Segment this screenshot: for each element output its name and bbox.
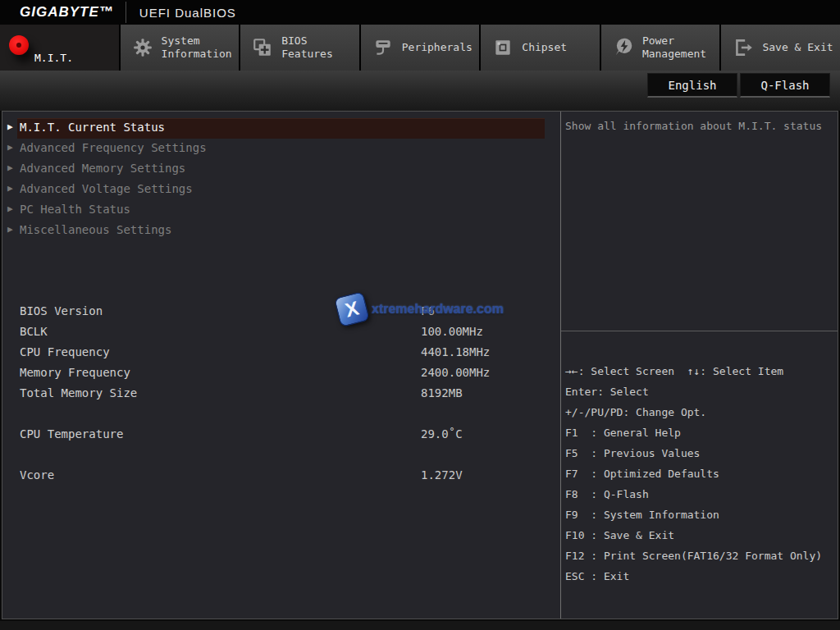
menu-item-label: PC Health Status [20, 203, 130, 216]
submenu-arrow-icon: ▶ [7, 162, 13, 173]
tab-label: Power Management [642, 34, 718, 61]
tab-mit[interactable]: M.I.T. [0, 25, 119, 71]
main-content: ▶ M.I.T. Current Status ▶ Advanced Frequ… [2, 111, 838, 619]
chipset-icon [491, 36, 514, 59]
status-row-total-memory: Total Memory Size 8192MB [2, 384, 560, 404]
peripherals-icon [372, 36, 395, 59]
watermark-x-icon: X [334, 291, 370, 327]
tab-bar: M.I.T. System Information [0, 25, 840, 71]
status-value: 29.0˚C [421, 427, 463, 441]
menu-item-label: Advanced Voltage Settings [20, 182, 193, 195]
tab-label: Chipset [522, 41, 567, 54]
key-legend-line: Enter: Select [565, 386, 822, 406]
help-panel: Show all information about M.I.T. status… [561, 112, 838, 619]
gigabyte-logo: GIGABYTE™ [0, 4, 114, 21]
status-value: 100.00MHz [421, 325, 483, 338]
status-label: BCLK [20, 325, 48, 338]
status-label: Vcore [20, 468, 54, 482]
status-value: 4401.18MHz [421, 345, 490, 358]
key-legend-line: F7 : Optimized Defaults [565, 468, 822, 488]
status-label: Memory Frequency [20, 366, 130, 379]
key-legend-line: →←: Select Screen ↑↓: Select Item [565, 365, 822, 386]
title-bar: GIGABYTE™ UEFI DualBIOS [0, 0, 840, 25]
bios-features-icon [251, 36, 274, 59]
menu-item-label: Miscellaneous Settings [20, 223, 171, 236]
key-legend-line: ESC : Exit [565, 570, 822, 591]
tab-system-information[interactable]: System Information [121, 25, 240, 71]
key-legend-line: F5 : Previous Values [565, 447, 822, 468]
submenu-arrow-icon: ▶ [7, 142, 13, 153]
watermark-text: xtremehardware.com [372, 302, 504, 317]
key-legend-line: +/-/PU/PD: Change Opt. [565, 406, 822, 427]
toolbar-band: English Q-Flash [0, 71, 840, 111]
watermark: X xtremehardware.com [337, 294, 504, 324]
menu-item-label: Advanced Memory Settings [20, 162, 185, 175]
tab-label: BIOS Features [281, 34, 339, 61]
settings-panel: ▶ M.I.T. Current Status ▶ Advanced Frequ… [2, 112, 560, 619]
item-help-text: Show all information about M.I.T. status [565, 120, 822, 132]
key-legend-line: F9 : System Information [565, 509, 822, 529]
tab-label: System Information [162, 34, 237, 61]
status-value: 1.272V [421, 468, 463, 482]
submenu-arrow-icon: ▶ [7, 224, 13, 235]
gear-icon [131, 36, 154, 59]
submenu-arrow-icon: ▶ [7, 183, 13, 194]
tab-peripherals[interactable]: Peripherals [361, 25, 480, 71]
help-divider [561, 331, 838, 331]
status-label: CPU Frequency [20, 345, 110, 358]
submenu-arrow-icon: ▶ [7, 121, 13, 132]
menu-item-label: M.I.T. Current Status [20, 121, 165, 134]
menu-item-mit-current-status[interactable]: ▶ M.I.T. Current Status [2, 118, 560, 139]
status-row-vcore: Vcore 1.272V [2, 466, 560, 486]
status-value: 8192MB [421, 386, 463, 399]
tab-bios-features[interactable]: BIOS Features [240, 25, 359, 71]
status-label: CPU Temperature [20, 427, 123, 441]
firmware-title: UEFI DualBIOS [139, 6, 236, 20]
menu-item-pc-health[interactable]: ▶ PC Health Status [2, 200, 560, 221]
tab-chipset[interactable]: Chipset [481, 25, 600, 71]
bottom-strip [0, 621, 840, 630]
key-legend-line: F10 : Save & Exit [565, 529, 822, 550]
status-row-memory-frequency: Memory Frequency 2400.00MHz [2, 363, 560, 384]
tab-label: Save & Exit [762, 41, 833, 54]
menu-item-miscellaneous[interactable]: ▶ Miscellaneous Settings [2, 221, 560, 241]
mit-red-dot-icon [9, 35, 29, 55]
tab-label: Peripherals [402, 41, 472, 54]
status-row-cpu-temperature: CPU Temperature 29.0˚C [2, 425, 560, 445]
power-bolt-icon [612, 36, 635, 59]
tab-save-exit[interactable]: Save & Exit [721, 25, 840, 71]
tab-power-management[interactable]: Power Management [601, 25, 720, 71]
key-legend-line: F12 : Print Screen(FAT16/32 Format Only) [565, 550, 822, 570]
status-row-cpu-frequency: CPU Frequency 4401.18MHz [2, 343, 560, 363]
key-legend-line: F1 : General Help [565, 427, 822, 447]
status-label: BIOS Version [20, 304, 103, 317]
language-button[interactable]: English [647, 73, 737, 98]
tab-label: M.I.T. [34, 52, 73, 65]
divider [126, 2, 126, 23]
menu-item-label: Advanced Frequency Settings [20, 141, 207, 154]
submenu-arrow-icon: ▶ [7, 203, 13, 214]
menu-item-advanced-frequency[interactable]: ▶ Advanced Frequency Settings [2, 139, 560, 159]
qflash-button[interactable]: Q-Flash [740, 73, 830, 98]
menu-item-advanced-memory[interactable]: ▶ Advanced Memory Settings [2, 159, 560, 180]
status-value: 2400.00MHz [421, 366, 490, 379]
key-legend-line: F8 : Q-Flash [565, 488, 822, 509]
key-legend: →←: Select Screen ↑↓: Select Item Enter:… [565, 365, 822, 591]
status-label: Total Memory Size [20, 386, 137, 399]
status-row-bclk: BCLK 100.00MHz [2, 322, 560, 343]
menu-item-advanced-voltage[interactable]: ▶ Advanced Voltage Settings [2, 180, 560, 200]
save-exit-icon [732, 36, 755, 59]
